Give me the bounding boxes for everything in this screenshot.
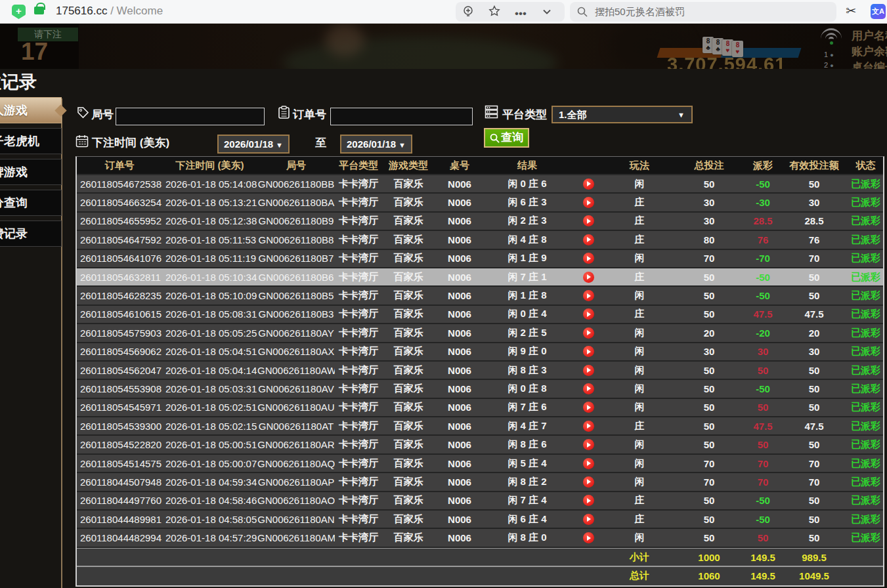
cell-4: 百家乐 (382, 420, 435, 432)
platform-label: 平台类型 (502, 107, 547, 122)
idea-plus-icon[interactable] (460, 5, 477, 22)
play-video-button[interactable] (583, 439, 594, 450)
cell-1: 2026-01-18 05:05:25 (162, 327, 257, 339)
cell-8: 闲 (607, 178, 672, 190)
play-video-button[interactable] (583, 514, 594, 525)
cell-11: 70 (780, 476, 848, 488)
cell-3: 卡卡湾厅 (335, 234, 382, 246)
cell-1: 2026-01-18 05:11:19 (162, 253, 257, 264)
cell-5: N006 (435, 476, 485, 488)
table-row[interactable]: 2601180546282352026-01-18 05:10:09GN0062… (77, 287, 883, 305)
play-video-button[interactable] (583, 308, 594, 320)
play-video-button[interactable] (583, 476, 594, 488)
cell-1: 2026-01-18 05:04:51 (162, 346, 257, 357)
cell-8: 闲 (607, 532, 672, 544)
replay-cell (570, 514, 607, 525)
scissors-icon[interactable]: ✂ (846, 3, 856, 18)
table-row[interactable]: 2601180444899812026-01-18 04:58:05GN0062… (77, 511, 883, 529)
table-row[interactable]: 2601180545228202026-01-18 05:00:51GN0062… (77, 436, 883, 454)
cell-4: 百家乐 (382, 364, 435, 377)
play-video-button[interactable] (583, 272, 594, 283)
table-row[interactable]: 2601180546475922026-01-18 05:11:53GN0062… (77, 231, 883, 249)
cell-1: 2026-01-18 04:58:46 (162, 495, 257, 506)
cell-9: 50 (672, 514, 746, 525)
cell-0: 260118054575903 (77, 327, 162, 339)
cell-2: GN006261180AP (257, 476, 335, 488)
cell-2: GN006261180AR (257, 439, 335, 450)
cell-2: GN006261180AX (257, 346, 335, 357)
play-video-button[interactable] (583, 365, 594, 376)
play-video-button[interactable] (583, 532, 594, 543)
date-to-select[interactable]: 2026/01/18▼ (340, 135, 412, 154)
table-row[interactable]: 2601180445079482026-01-18 04:59:34GN0062… (77, 473, 883, 492)
cell-2: GN006261180B5 (257, 290, 335, 301)
address-bar[interactable]: 175616.cc / Welcome (56, 5, 163, 18)
cell-2: GN006261180B7 (257, 253, 335, 264)
chevron-down-icon[interactable] (538, 5, 555, 22)
cell-9: 20 (672, 327, 746, 339)
table-row[interactable]: 2601180546632542026-01-18 05:13:21GN0062… (77, 194, 883, 212)
table-row[interactable]: 2601180546410762026-01-18 05:11:19GN0062… (77, 250, 883, 268)
query-button[interactable]: 查询 (484, 128, 529, 148)
table-row[interactable]: 2601180545459712026-01-18 05:02:51GN0062… (77, 399, 883, 417)
table-row[interactable]: 2601180545690622026-01-18 05:04:51GN0062… (77, 343, 883, 362)
play-video-button[interactable] (583, 215, 594, 226)
cell-6: 闲 1 庄 9 (485, 252, 570, 264)
cell-11: 70 (780, 458, 848, 469)
translate-icon[interactable]: 文A (871, 4, 886, 19)
sidebar-item-2[interactable]: 棋牌游戏 (0, 159, 62, 185)
table-row[interactable]: 2601180546559522026-01-18 05:12:38GN0062… (77, 213, 883, 231)
play-video-button[interactable] (583, 253, 594, 264)
browser-search-box[interactable]: 摆拍50元换名酒被罚 (570, 2, 836, 22)
table-row[interactable]: 2601180444977602026-01-18 04:58:46GN0062… (77, 492, 883, 511)
play-video-button[interactable] (583, 458, 594, 469)
cell-3: 卡卡湾厅 (335, 438, 382, 451)
search-icon (577, 7, 588, 17)
ssl-lock-icon[interactable] (34, 7, 44, 14)
calendar-icon (76, 135, 89, 148)
cell-9: 50 (672, 532, 746, 543)
cell-8: 闲 (607, 252, 672, 264)
order-label: 订单号 (293, 107, 326, 122)
page-title-wrap: 投注记录 (0, 70, 47, 95)
play-video-button[interactable] (583, 495, 594, 506)
round-input[interactable] (116, 108, 265, 125)
play-video-button[interactable] (583, 178, 594, 190)
order-input[interactable] (330, 108, 473, 125)
cell-2: GN006261180B8 (257, 234, 335, 245)
play-video-button[interactable] (583, 197, 594, 208)
cell-3: 卡卡湾厅 (335, 271, 382, 284)
date-from-select[interactable]: 2026/01/18▼ (217, 135, 290, 154)
table-row[interactable]: 2601180545620472026-01-18 05:04:14GN0062… (77, 362, 883, 380)
payout-cell: 76 (746, 234, 780, 245)
play-video-button[interactable] (583, 421, 594, 432)
more-options-icon[interactable]: ••• (512, 5, 529, 22)
table-row[interactable]: 2601180546106152026-01-18 05:08:31GN0062… (77, 306, 883, 324)
sidebar-item-0[interactable]: 真人游戏 (0, 97, 62, 123)
cell-0: 260118044489981 (77, 514, 162, 525)
bookmark-star-icon[interactable] (486, 5, 503, 22)
table-row[interactable]: 2601180545539082026-01-18 05:03:31GN0062… (77, 380, 883, 398)
sidebar-item-3[interactable]: 积分查询 (0, 190, 62, 216)
cell-1: 2026-01-18 05:10:34 (162, 272, 257, 283)
table-row[interactable]: 2601180546328112026-01-18 05:10:34GN0062… (77, 268, 883, 287)
play-video-button[interactable] (583, 234, 594, 245)
sidebar-item-label: 棋牌游戏 (0, 159, 61, 184)
play-video-button[interactable] (583, 327, 594, 339)
cell-1: 2026-01-18 05:00:07 (162, 458, 257, 469)
table-row[interactable]: 2601180545393002026-01-18 05:02:15GN0062… (77, 417, 883, 436)
play-video-button[interactable] (583, 290, 594, 301)
play-video-button[interactable] (583, 402, 594, 413)
sidebar-item-4[interactable]: 消费记录 (0, 220, 62, 247)
platform-select[interactable]: 1.全部▼ (552, 106, 693, 123)
sidebar-item-1[interactable]: 电子老虎机 (0, 128, 62, 154)
caret-down-icon: ▼ (399, 141, 406, 149)
table-row[interactable]: 2601180545145752026-01-18 05:00:07GN0062… (77, 455, 883, 473)
play-video-button[interactable] (583, 346, 594, 357)
table-row[interactable]: 2601180444829942026-01-18 04:57:29GN0062… (77, 529, 883, 547)
adblock-shield-icon[interactable] (12, 5, 26, 19)
status-badge: 已派彩 (848, 383, 883, 395)
table-row[interactable]: 2601180545759032026-01-18 05:05:25GN0062… (77, 324, 883, 343)
play-video-button[interactable] (583, 383, 594, 394)
table-row[interactable]: 2601180546725382026-01-18 05:14:08GN0062… (77, 175, 883, 194)
